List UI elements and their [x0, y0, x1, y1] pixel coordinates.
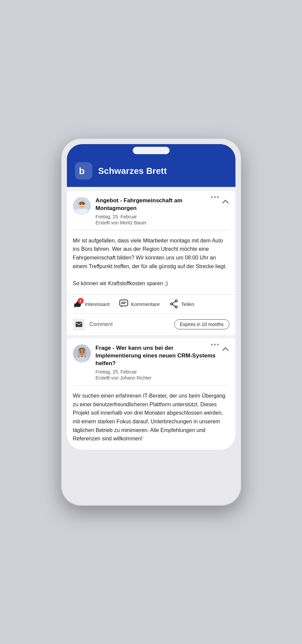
post-actions-1: 1 1 Interessant	[67, 294, 235, 313]
mail-icon	[75, 321, 83, 327]
svg-point-21	[83, 351, 84, 353]
chevron-up-icon	[222, 200, 229, 204]
post-author-1: Erstellt von Moritz Bauer	[96, 220, 229, 225]
svg-point-6	[83, 204, 84, 205]
kommentare-label: Kommentare	[131, 301, 160, 307]
kommentare-action[interactable]: Kommentare	[119, 299, 160, 309]
svg-rect-8	[120, 300, 128, 306]
comment-label[interactable]: Comment	[90, 321, 113, 327]
app-logo: b	[75, 162, 92, 180]
post-header-1: Angebot - Fahrgemeinschaft am Montagmorg…	[67, 191, 235, 230]
post-body-2: Wir suchen einen erfahrenen IT-Berater, …	[67, 386, 235, 450]
chevron-up-icon-2	[222, 347, 229, 351]
share-icon	[170, 300, 178, 308]
post-title-2: Frage - Wer kann uns bei der Implementie…	[96, 344, 229, 367]
avatar-moritz	[73, 197, 91, 215]
logo-icon: b	[78, 165, 90, 177]
expires-label: Expires in 10 months	[180, 322, 224, 327]
svg-point-12	[171, 303, 173, 305]
svg-point-11	[175, 300, 177, 302]
post-body-para-1: Mir ist aufgefallen, dass viele Mitarbei…	[73, 236, 229, 271]
expires-badge: Expires in 10 months	[174, 319, 229, 329]
post-author-2: Erstellt von Johann Richter	[96, 375, 229, 381]
svg-point-5	[80, 204, 81, 205]
collapse-chevron-1[interactable]	[221, 197, 230, 206]
post-card-2: Frage - Wer kann uns bei der Implementie…	[67, 338, 235, 449]
content-area[interactable]: Angebot - Fahrgemeinschaft am Montagmorg…	[67, 187, 235, 450]
avatar-johann	[73, 344, 91, 362]
thumbs-up-icon-wrapper: 1 1	[73, 299, 82, 309]
post-meta-2: Frage - Wer kann uns bei der Implementie…	[96, 344, 229, 381]
teilen-action[interactable]: Teilen	[169, 299, 194, 309]
status-bar	[67, 144, 235, 156]
status-pill	[133, 147, 170, 154]
mail-icon-wrapper	[73, 318, 85, 330]
post-body-para-3: Wir suchen einen erfahrenen IT-Berater, …	[73, 392, 229, 443]
post-footer-1: Comment Expires in 10 months	[67, 313, 235, 335]
collapse-chevron-2[interactable]	[221, 344, 230, 354]
post-date-1: Freitag, 25. Februar	[96, 214, 229, 219]
phone-frame: b Schwarzes Brett	[61, 138, 241, 506]
menu-dot	[211, 344, 213, 345]
svg-point-22	[81, 356, 83, 357]
post-meta-1: Angebot - Fahrgemeinschaft am Montagmorg…	[96, 197, 229, 225]
post-card-1: Angebot - Fahrgemeinschaft am Montagmorg…	[67, 191, 235, 335]
post-menu-2[interactable]	[211, 344, 219, 345]
post-body-1: Mir ist aufgefallen, dass viele Mitarbei…	[67, 230, 235, 295]
interessant-badge: 1	[78, 298, 84, 304]
svg-text:b: b	[79, 166, 85, 176]
teilen-label: Teilen	[181, 301, 194, 307]
app-title: Schwarzes Brett	[98, 166, 167, 176]
menu-dot	[211, 196, 213, 198]
svg-point-13	[175, 306, 177, 308]
menu-dot	[214, 196, 216, 198]
post-header-2: Frage - Wer kann uns bei der Implementie…	[67, 338, 235, 385]
svg-rect-16	[76, 322, 82, 327]
app-header: b Schwarzes Brett	[67, 156, 235, 187]
svg-point-20	[80, 351, 81, 353]
share-icon-wrapper	[169, 299, 179, 309]
post-date-2: Freitag, 25. Februar	[96, 369, 229, 374]
post-body-para-2: So können wir Kraftstoffkosten sparen ;)	[73, 279, 229, 288]
menu-dot	[214, 344, 216, 345]
menu-dot	[217, 196, 219, 198]
post-title-1: Angebot - Fahrgemeinschaft am Montagmorg…	[96, 197, 229, 212]
post-menu-1[interactable]	[211, 196, 219, 198]
svg-line-14	[173, 302, 175, 304]
comment-bubble-icon	[119, 300, 128, 308]
svg-line-15	[173, 305, 175, 307]
interessant-action[interactable]: 1 1 Interessant	[73, 299, 110, 309]
interessant-label: Interessant	[85, 301, 110, 307]
comment-bubble-icon-wrapper	[119, 299, 128, 309]
phone-screen: b Schwarzes Brett	[67, 144, 235, 450]
menu-dot	[217, 344, 219, 345]
